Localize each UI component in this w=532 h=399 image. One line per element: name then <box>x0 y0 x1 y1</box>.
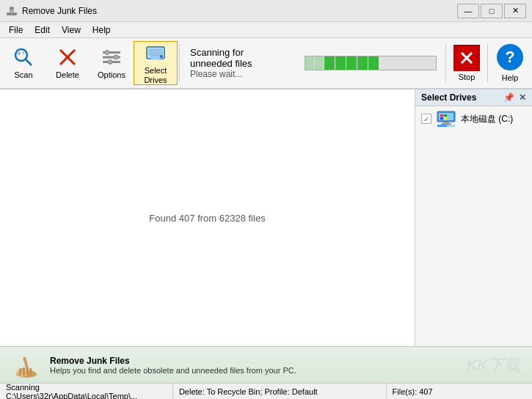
svg-line-4 <box>26 59 32 65</box>
drive-item-c[interactable]: 本地磁盘 (C:) <box>415 106 532 131</box>
scan-icon <box>12 45 35 69</box>
prog-seg-3 <box>324 56 335 70</box>
svg-rect-28 <box>441 123 451 125</box>
svg-rect-27 <box>443 122 449 123</box>
app-icon <box>6 5 18 17</box>
prog-seg-2 <box>315 56 324 70</box>
svg-point-12 <box>105 51 109 55</box>
status-bar: Scanning C:\Users\32r\AppData\Local\Temp… <box>0 383 532 399</box>
bottom-subtitle: Helps you find and delete obsolete and u… <box>50 366 458 375</box>
toolbar: Scan Delete Options <box>0 38 532 89</box>
scan-info-title: Scanning for unneeded files <box>190 47 288 69</box>
prog-seg-6 <box>357 56 368 70</box>
drives-panel-close-button[interactable]: ✕ <box>519 92 526 103</box>
prog-seg-1 <box>305 56 314 70</box>
help-icon: ? <box>497 44 523 70</box>
bottom-text: Remove Junk Files Helps you find and del… <box>50 356 458 375</box>
prog-seg-5 <box>346 56 357 70</box>
svg-point-33 <box>16 368 28 377</box>
menu-help[interactable]: Help <box>87 23 117 37</box>
stop-label: Stop <box>459 73 475 81</box>
scan-label: Scan <box>14 70 32 80</box>
minimize-button[interactable]: — <box>457 4 479 18</box>
svg-point-2 <box>10 7 14 10</box>
drive-icon-c <box>436 111 456 127</box>
scan-button[interactable]: Scan <box>1 41 45 85</box>
svg-rect-23 <box>440 114 443 117</box>
options-icon <box>100 45 123 69</box>
menu-bar: File Edit View Help <box>0 22 532 38</box>
drives-panel-title: Select Drives <box>421 92 476 103</box>
delete-icon <box>56 45 79 69</box>
svg-rect-24 <box>444 114 447 117</box>
status-scanning-path: Scanning C:\Users\32r\AppData\Local\Temp… <box>0 384 173 399</box>
svg-point-18 <box>160 55 163 58</box>
svg-rect-35 <box>23 367 25 376</box>
drives-panel-header: Select Drives 📌 ✕ <box>415 89 532 106</box>
prog-seg-7 <box>368 56 379 70</box>
svg-rect-26 <box>444 117 447 120</box>
svg-rect-17 <box>148 48 163 56</box>
progress-area <box>297 41 444 85</box>
options-button[interactable]: Options <box>90 41 134 85</box>
svg-point-5 <box>18 52 21 55</box>
close-button[interactable]: ✕ <box>504 4 526 18</box>
menu-view[interactable]: View <box>56 23 87 37</box>
svg-point-14 <box>108 60 112 65</box>
drive-icon-area <box>436 111 456 127</box>
help-label: Help <box>502 73 519 82</box>
drive-info-c: 本地磁盘 (C:) <box>461 113 513 125</box>
stop-button[interactable] <box>453 45 480 71</box>
select-drives-label: SelectDrives <box>144 66 167 85</box>
delete-button[interactable]: Delete <box>45 41 90 85</box>
main-content: Found 407 from 62328 files Select Drives… <box>0 89 532 346</box>
found-text: Found 407 from 62328 files <box>149 213 265 224</box>
status-files-count: File(s): 407 <box>387 384 532 399</box>
pin-icon[interactable]: 📌 <box>503 92 514 103</box>
select-drives-icon <box>144 41 167 65</box>
maximize-button[interactable]: □ <box>481 4 503 18</box>
options-label: Options <box>98 70 125 80</box>
svg-rect-30 <box>437 125 447 127</box>
drives-panel-controls[interactable]: 📌 ✕ <box>503 92 526 103</box>
toolbar-sep-2 <box>445 44 446 82</box>
drives-panel: Select Drives 📌 ✕ <box>415 89 532 346</box>
window-title: Remove Junk Files <box>22 6 97 16</box>
title-bar-controls[interactable]: — □ ✕ <box>457 4 526 18</box>
scan-info-subtitle: Please wait... <box>190 69 288 79</box>
status-delete-info: Delete: To Recycle Bin; Profile: Default <box>173 384 387 399</box>
svg-point-6 <box>23 52 25 54</box>
menu-file[interactable]: File <box>3 23 29 37</box>
svg-rect-25 <box>440 117 443 120</box>
svg-point-3 <box>15 49 27 61</box>
svg-point-13 <box>114 55 118 59</box>
scan-info: Scanning for unneeded files Please wait.… <box>181 41 297 85</box>
title-bar-left: Remove Junk Files <box>6 5 97 17</box>
toolbar-sep-3 <box>487 44 488 82</box>
drive-checkbox-c[interactable] <box>421 114 431 124</box>
center-area: Found 407 from 62328 files <box>0 89 415 346</box>
menu-edit[interactable]: Edit <box>29 23 56 37</box>
kk-logo: KK下载 <box>467 354 520 376</box>
select-drives-button[interactable]: SelectDrives <box>134 41 178 85</box>
title-bar: Remove Junk Files — □ ✕ <box>0 0 532 22</box>
delete-label: Delete <box>56 70 79 80</box>
help-button[interactable]: ? Help <box>489 41 531 85</box>
bottom-title: Remove Junk Files <box>50 356 458 366</box>
toolbar-sep-1 <box>179 44 180 82</box>
broom-icon <box>12 351 41 380</box>
bottom-info: Remove Junk Files Helps you find and del… <box>0 346 532 383</box>
drive-name-c: 本地磁盘 (C:) <box>461 113 513 125</box>
prog-seg-4 <box>335 56 346 70</box>
stop-area: Stop <box>448 41 486 85</box>
progress-bar <box>305 56 437 70</box>
